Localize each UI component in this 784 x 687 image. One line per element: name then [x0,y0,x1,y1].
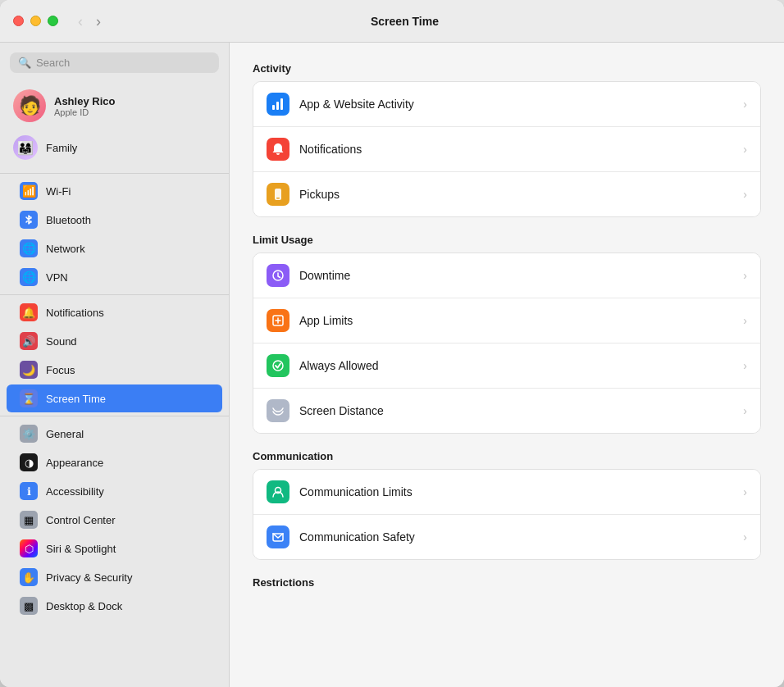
sidebar-item-wifi[interactable]: 📶 Wi-Fi [7,177,222,205]
downtime-icon [267,264,289,287]
sidebar-item-network[interactable]: 🌐 Network [7,234,222,262]
bluetooth-icon [20,211,38,229]
sidebar-item-label: General [46,428,84,440]
comm-limits-icon [267,480,289,503]
vpn-icon: 🌐 [20,268,38,286]
sidebar-item-vpn[interactable]: 🌐 VPN [7,263,222,291]
sidebar-item-accessibility[interactable]: ℹ Accessibility [7,477,222,505]
close-button[interactable] [13,16,24,26]
focus-icon: 🌙 [20,361,38,379]
search-icon: 🔍 [18,57,31,69]
svg-rect-4 [276,198,280,199]
accessibility-icon: ℹ [20,482,38,500]
list-item-app-limits[interactable]: App Limits › [253,298,760,344]
sidebar-item-focus[interactable]: 🌙 Focus [7,356,222,384]
list-item-label: Always Allowed [299,359,733,372]
sound-icon: 🔊 [20,332,38,350]
sidebar-item-label: VPN [46,271,68,284]
list-item-label: Pickups [299,188,733,201]
sidebar-item-screentime[interactable]: ⌛ Screen Time [7,384,222,412]
svg-rect-0 [272,105,275,110]
comm-safety-icon [267,525,289,548]
chevron-icon: › [743,404,747,417]
sidebar: 🔍 🧑 Ashley Rico Apple ID 👨‍👩‍👧 Family 📶 … [0,43,230,687]
sidebar-item-controlcenter[interactable]: ▦ Control Center [7,506,222,534]
chevron-icon: › [743,314,747,327]
notifications-icon: 🔔 [20,303,38,321]
network-icon: 🌐 [20,239,38,257]
sidebar-item-appearance[interactable]: ◑ Appearance [7,448,222,476]
list-item-downtime[interactable]: Downtime › [253,253,760,298]
activity-list: App & Website Activity › Notifications › [253,81,761,217]
screentime-icon: ⌛ [20,389,38,407]
main-content: Activity App & Website Activity › [230,43,784,687]
sidebar-item-label: Wi-Fi [46,185,71,198]
sidebar-item-label: Appearance [46,457,103,469]
forward-button[interactable]: › [93,12,104,30]
appearance-icon: ◑ [20,453,38,471]
sidebar-divider [0,173,229,174]
list-item-label: Communication Limits [299,485,733,498]
titlebar-nav: ‹ › [75,12,104,30]
sidebar-item-label: Sound [46,335,77,348]
sidebar-item-family[interactable]: 👨‍👩‍👧 Family [0,129,229,166]
list-item-label: App Limits [299,314,733,327]
chevron-icon: › [743,269,747,282]
list-item-notifications[interactable]: Notifications › [253,127,760,172]
list-item-label: Screen Distance [299,404,733,417]
sidebar-item-notifications[interactable]: 🔔 Notifications [7,298,222,326]
list-item-label: Notifications [299,143,733,156]
list-item-label: Communication Safety [299,530,733,544]
communication-list: Communication Limits › Communication Saf… [253,469,761,560]
search-input[interactable] [36,57,211,69]
sidebar-item-label: Privacy & Security [46,571,132,584]
minimize-button[interactable] [30,16,41,26]
sidebar-item-desktop[interactable]: ▩ Desktop & Dock [7,592,222,620]
sidebar-item-label: Accessibility [46,485,104,498]
list-item-label: Downtime [299,269,733,282]
app-limits-icon [267,309,289,332]
always-allowed-icon [267,354,289,377]
chevron-icon: › [743,359,747,372]
sidebar-item-privacy[interactable]: ✋ Privacy & Security [7,563,222,591]
traffic-lights [13,16,58,26]
profile-info: Ashley Rico Apple ID [54,95,115,117]
sidebar-item-label: Bluetooth [46,214,91,226]
sidebar-item-label: Control Center [46,514,116,526]
titlebar: ‹ › Screen Time [0,0,784,43]
maximize-button[interactable] [48,16,58,26]
family-label: Family [46,142,77,154]
list-item-always-allowed[interactable]: Always Allowed › [253,344,760,389]
screen-distance-icon [267,399,289,422]
chevron-icon: › [743,98,747,111]
list-item-comm-safety[interactable]: Communication Safety › [253,515,760,559]
sidebar-item-siri[interactable]: ⬡ Siri & Spotlight [7,535,222,562]
general-icon: ⚙️ [20,425,38,443]
sidebar-item-label: Notifications [46,307,104,319]
sidebar-divider3 [0,416,229,416]
list-item-label: App & Website Activity [299,98,733,111]
profile-subtitle: Apple ID [54,107,115,117]
back-button[interactable]: ‹ [75,12,86,30]
profile-name: Ashley Rico [54,95,115,107]
notifications-list-icon [267,138,289,161]
svg-point-7 [273,361,283,371]
desktop-icon: ▩ [20,597,38,615]
sidebar-item-bluetooth[interactable]: Bluetooth [7,206,222,234]
chevron-icon: › [743,188,747,201]
content-area: 🔍 🧑 Ashley Rico Apple ID 👨‍👩‍👧 Family 📶 … [0,43,784,687]
search-bar[interactable]: 🔍 [10,52,219,73]
list-item-pickups[interactable]: Pickups › [253,172,760,216]
list-item-app-website[interactable]: App & Website Activity › [253,82,760,127]
sidebar-profile[interactable]: 🧑 Ashley Rico Apple ID [0,83,229,129]
list-item-comm-limits[interactable]: Communication Limits › [253,470,760,515]
wifi-icon: 📶 [20,182,38,200]
sidebar-item-sound[interactable]: 🔊 Sound [7,327,222,355]
chevron-icon: › [743,485,747,498]
section-title-communication: Communication [253,450,761,462]
sidebar-item-general[interactable]: ⚙️ General [7,420,222,448]
limit-list: Downtime › App Limits › [253,253,761,434]
pickups-icon [267,183,289,206]
list-item-screen-distance[interactable]: Screen Distance › [253,389,760,433]
sidebar-divider2 [0,294,229,295]
